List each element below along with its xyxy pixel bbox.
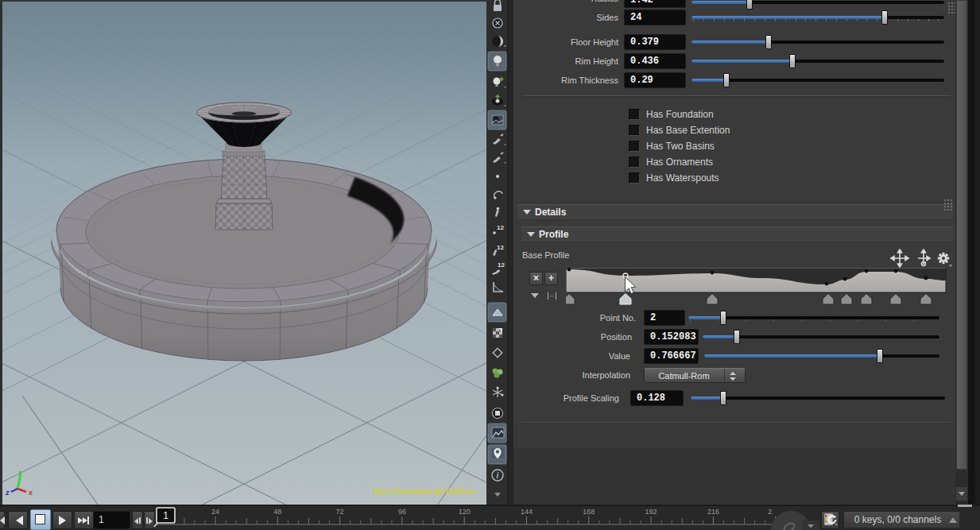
svg-text:z: z: [5, 489, 10, 497]
svg-text:12: 12: [498, 261, 505, 269]
svg-text:2: 2: [768, 508, 772, 516]
svg-text:120: 120: [459, 508, 471, 516]
svg-text:144: 144: [521, 508, 533, 516]
svg-text:x: x: [29, 489, 33, 497]
svg-text:168: 168: [583, 508, 595, 516]
svg-text:i: i: [497, 471, 499, 480]
svg-text:24: 24: [211, 508, 219, 516]
svg-text:216: 216: [707, 508, 719, 516]
svg-text:48: 48: [273, 508, 281, 516]
svg-text:72: 72: [336, 508, 344, 516]
svg-text:12: 12: [497, 224, 504, 231]
svg-text:1: 1: [163, 510, 168, 521]
svg-text:12: 12: [497, 244, 504, 251]
svg-text:Non-Commercial Edition: Non-Commercial Edition: [374, 486, 476, 496]
svg-text:96: 96: [398, 508, 406, 516]
svg-text:192: 192: [645, 508, 657, 516]
